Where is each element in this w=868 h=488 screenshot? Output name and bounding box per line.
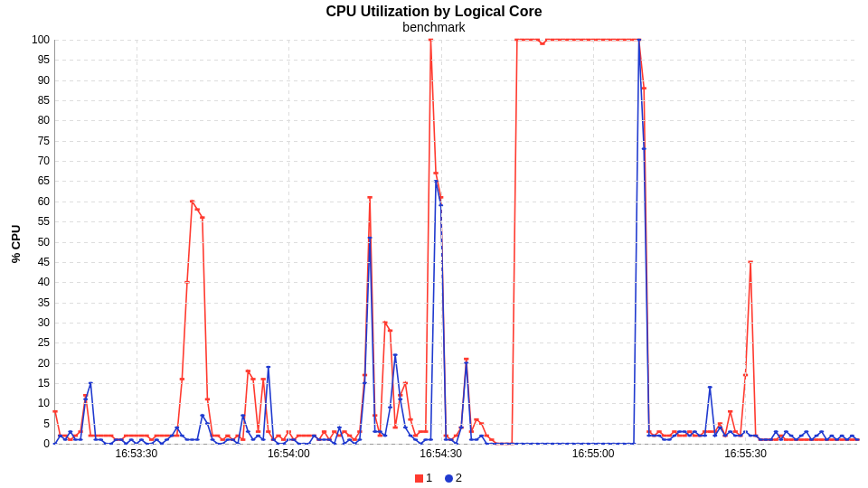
data-point <box>667 438 672 441</box>
data-point <box>180 378 184 380</box>
data-point <box>799 435 804 437</box>
legend: 1 2 <box>0 471 868 484</box>
data-point <box>129 435 134 437</box>
chart-container: CPU Utilization by Logical Core benchmar… <box>0 0 868 488</box>
data-point <box>332 430 336 433</box>
x-tick: 16:54:30 <box>420 444 462 460</box>
data-point <box>261 438 266 441</box>
data-point <box>652 435 656 437</box>
data-point <box>774 430 778 433</box>
data-point <box>682 430 686 433</box>
data-point <box>114 438 118 441</box>
data-point <box>423 430 428 433</box>
data-point <box>89 435 93 437</box>
y-tick: 0 <box>43 437 55 450</box>
data-point <box>850 435 854 437</box>
y-tick: 40 <box>38 276 55 288</box>
data-point <box>241 414 245 417</box>
x-tick: 16:55:00 <box>572 444 615 460</box>
data-point <box>261 378 266 380</box>
data-point <box>642 147 646 150</box>
data-point <box>408 435 412 437</box>
data-point <box>342 430 346 433</box>
data-point <box>149 438 154 441</box>
data-point <box>403 427 408 429</box>
data-point <box>347 435 352 437</box>
data-point <box>642 87 646 89</box>
data-point <box>474 418 478 421</box>
y-tick: 20 <box>38 357 55 370</box>
data-point <box>52 410 57 413</box>
data-point <box>677 435 682 437</box>
data-point <box>382 435 387 437</box>
data-point <box>829 438 834 441</box>
y-tick: 80 <box>38 114 55 127</box>
data-point <box>139 435 144 437</box>
data-point <box>759 438 763 441</box>
x-tick: 16:53:30 <box>115 444 157 460</box>
data-point <box>703 435 707 437</box>
data-point <box>165 438 169 441</box>
data-point <box>367 196 372 199</box>
x-tick: 16:54:00 <box>268 444 310 460</box>
data-point <box>656 435 661 437</box>
data-point <box>656 430 661 433</box>
data-point <box>200 216 204 219</box>
data-point <box>423 438 428 441</box>
data-point <box>200 414 204 417</box>
chart-title: CPU Utilization by Logical Core <box>0 4 868 20</box>
data-point <box>788 438 793 441</box>
data-point <box>844 438 849 441</box>
data-point <box>353 438 357 441</box>
legend-swatch-2 <box>445 474 453 483</box>
data-point <box>788 435 793 437</box>
data-point <box>718 427 722 429</box>
data-point <box>175 427 179 429</box>
data-point <box>687 435 692 437</box>
data-point <box>73 438 78 441</box>
data-point <box>392 427 397 429</box>
data-point <box>697 435 702 437</box>
data-point <box>388 406 392 408</box>
y-tick: 75 <box>38 135 55 147</box>
data-point <box>728 430 732 433</box>
data-point <box>322 430 326 433</box>
data-point <box>672 435 676 437</box>
data-point <box>693 430 697 433</box>
data-point <box>312 435 316 437</box>
data-point <box>195 208 200 211</box>
legend-swatch-1 <box>415 474 423 483</box>
data-point <box>728 410 732 413</box>
data-point <box>93 438 98 441</box>
y-tick: 100 <box>32 33 55 46</box>
data-point <box>829 435 834 437</box>
data-point <box>733 430 738 433</box>
data-point <box>804 430 808 433</box>
data-point <box>155 435 159 437</box>
data-point <box>769 438 773 441</box>
data-point <box>175 435 179 437</box>
data-point <box>748 435 752 437</box>
y-tick: 10 <box>38 397 55 409</box>
data-point <box>784 438 788 441</box>
data-point <box>326 438 331 441</box>
data-point <box>307 435 311 437</box>
data-point <box>169 435 174 437</box>
y-tick: 60 <box>38 195 55 208</box>
data-point <box>221 438 225 441</box>
data-point <box>662 435 666 437</box>
data-point <box>722 435 727 437</box>
data-point <box>662 438 666 441</box>
data-point <box>367 237 372 239</box>
data-point <box>276 435 280 437</box>
data-point <box>129 438 134 441</box>
data-point <box>819 430 824 433</box>
data-point <box>210 438 214 441</box>
data-point <box>392 353 397 356</box>
data-point <box>337 427 342 429</box>
data-point <box>144 435 148 437</box>
data-point <box>231 438 235 441</box>
data-point <box>839 435 844 437</box>
data-point <box>266 430 270 433</box>
y-tick: 5 <box>43 418 55 430</box>
